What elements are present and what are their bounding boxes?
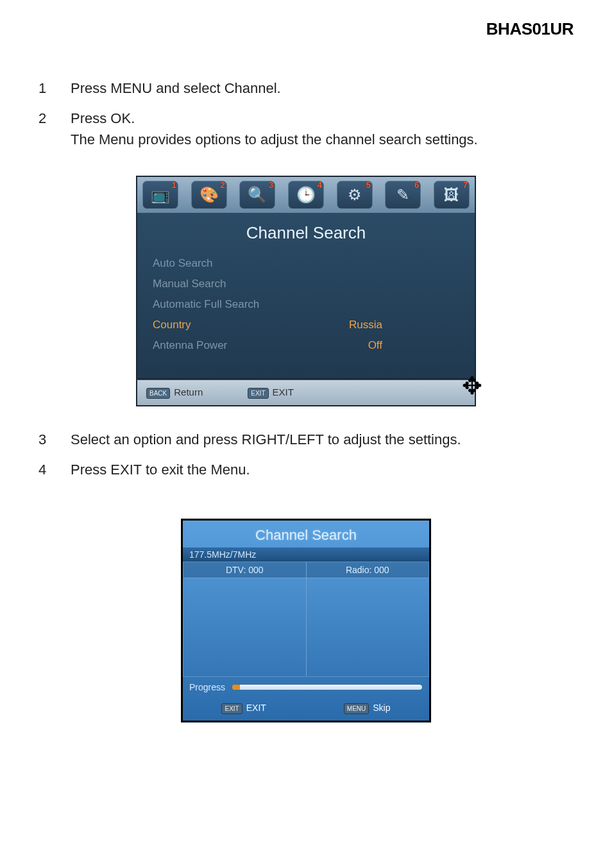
footer-return-label: Return (174, 387, 203, 397)
menu-badge-icon: MENU (344, 703, 369, 714)
picture-icon: 📺 (151, 186, 170, 204)
tab-number: 7 (463, 180, 468, 190)
step-2: 2 Press OK. The Menu provides options to… (38, 108, 574, 150)
time-icon: 🕒 (296, 186, 316, 204)
menu-item-manual-search[interactable]: Manual Search (153, 274, 459, 294)
settings-icon: ⚙ (348, 186, 362, 204)
navigation-arrows-icon: ✥ (462, 374, 482, 398)
progress-title: Channel Search (183, 521, 429, 547)
media-icon: 🖼 (444, 186, 459, 204)
menu-item-value: Russia (349, 319, 459, 331)
progress-frequency: 177.5MHz/7MHz (183, 547, 429, 562)
steps-list-top: 1 Press MENU and select Channel. 2 Press… (38, 78, 574, 150)
footer-exit: EXITEXIT (221, 703, 266, 714)
progress-footer: EXITEXIT MENUSkip (183, 697, 429, 721)
menu-tab-4[interactable]: 4🕒 (288, 181, 324, 209)
step-number: 2 (38, 108, 71, 150)
footer-return: BACKReturn (146, 387, 203, 399)
steps-list-bottom: 3 Select an option and press RIGHT/LEFT … (38, 429, 574, 480)
menu-tab-2[interactable]: 2🎨 (191, 181, 227, 209)
menu-tab-3[interactable]: 3🔍 (239, 181, 275, 209)
menu-item-automatic-full-search[interactable]: Automatic Full Search (153, 294, 459, 315)
step-3: 3 Select an option and press RIGHT/LEFT … (38, 429, 574, 450)
radio-column-header: Radio: 000 (307, 562, 429, 578)
radio-column: Radio: 000 (307, 562, 429, 676)
tools-icon: ✎ (396, 186, 409, 204)
progress-columns: DTV: 000 Radio: 000 (183, 562, 429, 677)
tab-number: 6 (414, 180, 419, 190)
menu-body: Channel Search Auto Search Manual Search… (136, 213, 476, 380)
menu-tab-6[interactable]: 6✎ (385, 181, 421, 209)
footer-exit-label: EXIT (246, 703, 266, 713)
step-text: Press OK. The Menu provides options to a… (71, 108, 574, 150)
search-icon: 🔍 (248, 186, 267, 204)
menu-tab-1[interactable]: 1📺 (142, 181, 178, 209)
footer-exit-label: EXIT (273, 387, 294, 397)
step-number: 4 (38, 459, 71, 480)
dtv-column-header: DTV: 000 (183, 562, 306, 578)
step-4: 4 Press EXIT to exit the Menu. (38, 459, 574, 480)
tab-number: 4 (318, 180, 322, 190)
menu-item-label: Country (153, 319, 191, 331)
dtv-column: DTV: 000 (183, 562, 307, 676)
sound-icon: 🎨 (200, 186, 219, 204)
menu-tab-bar: 1📺 2🎨 3🔍 4🕒 5⚙ 6✎ 7🖼 (136, 176, 476, 213)
back-badge-icon: BACK (146, 388, 170, 399)
step-text: Select an option and press RIGHT/LEFT to… (71, 429, 574, 450)
step-1: 1 Press MENU and select Channel. (38, 78, 574, 99)
progress-label: Progress (189, 682, 225, 692)
step-text-line2: The Menu provides options to adjust the … (71, 131, 478, 147)
screenshot-1-wrap: 1📺 2🎨 3🔍 4🕒 5⚙ 6✎ 7🖼 Channel Search Auto… (38, 176, 574, 406)
tab-number: 5 (366, 180, 370, 190)
menu-item-label: Antenna Power (153, 339, 227, 352)
channel-search-progress-screenshot: Channel Search 177.5MHz/7MHz DTV: 000 Ra… (181, 519, 431, 722)
tab-number: 3 (269, 180, 273, 190)
tab-number: 1 (172, 180, 176, 190)
menu-item-country[interactable]: Country Russia (153, 315, 459, 335)
step-number: 1 (38, 78, 71, 99)
step-text: Press MENU and select Channel. (71, 78, 574, 99)
menu-item-antenna-power[interactable]: Antenna Power Off (153, 335, 459, 356)
menu-tab-7[interactable]: 7🖼 (434, 181, 470, 209)
footer-exit: EXITEXIT (248, 387, 294, 399)
menu-tab-5[interactable]: 5⚙ (337, 181, 373, 209)
progress-bar-fill (232, 685, 240, 690)
screenshot-2-wrap: Channel Search 177.5MHz/7MHz DTV: 000 Ra… (38, 519, 574, 722)
progress-bar-row: Progress (183, 677, 429, 697)
menu-title: Channel Search (153, 223, 459, 243)
exit-badge-icon: EXIT (221, 703, 242, 714)
footer-skip-label: Skip (373, 703, 390, 713)
progress-bar (232, 684, 423, 690)
menu-footer: BACKReturn EXITEXIT ✥ (136, 380, 476, 406)
step-number: 3 (38, 429, 71, 450)
exit-badge-icon: EXIT (248, 388, 268, 399)
page-header-model: BHAS01UR (38, 19, 574, 39)
step-text-line1: Press OK. (71, 110, 135, 126)
footer-skip: MENUSkip (344, 703, 391, 714)
step-text: Press EXIT to exit the Menu. (71, 459, 574, 480)
tab-number: 2 (220, 180, 225, 190)
menu-item-value: Off (368, 339, 459, 352)
channel-search-menu-screenshot: 1📺 2🎨 3🔍 4🕒 5⚙ 6✎ 7🖼 Channel Search Auto… (136, 176, 476, 406)
menu-item-auto-search[interactable]: Auto Search (153, 253, 459, 274)
